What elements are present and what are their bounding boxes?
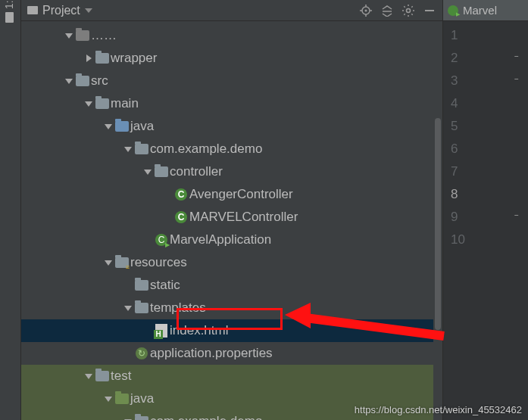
tree-label: AvengerController <box>189 187 293 202</box>
project-icon <box>27 6 38 14</box>
line-number: 5 <box>451 119 458 134</box>
expand-arrow-icon <box>65 33 73 39</box>
package-icon <box>155 166 168 177</box>
tree-label: MARVELController <box>189 210 298 225</box>
tree-row[interactable]: templates <box>21 297 442 319</box>
tree-row[interactable]: C MarvelApplication <box>21 229 442 251</box>
tree-row[interactable]: main <box>21 92 442 115</box>
project-view-selector[interactable]: Project <box>27 4 355 17</box>
tree-label: templates <box>150 300 206 316</box>
tree-row[interactable]: test <box>21 365 442 387</box>
line-number: 7 <box>451 164 458 179</box>
expand-arrow-icon <box>105 397 112 402</box>
project-icon <box>5 12 14 23</box>
tree-label: com.example.demo <box>150 142 262 157</box>
scrollbar[interactable] <box>433 42 442 420</box>
line-number: 2 <box>451 51 458 66</box>
java-class-icon: C <box>175 188 187 201</box>
project-tree[interactable]: …… wrapper src main java <box>21 21 442 420</box>
svg-point-7 <box>407 8 411 12</box>
tree-label: wrapper <box>111 51 157 66</box>
tree-label: application.properties <box>150 346 273 361</box>
spring-boot-app-icon: C <box>155 234 167 246</box>
tree-row[interactable]: wrapper <box>21 47 442 70</box>
locate-icon[interactable] <box>359 4 373 17</box>
expand-arrow-icon <box>85 374 92 379</box>
project-panel: Project …… wra <box>21 0 443 420</box>
line-number: 10 <box>451 232 465 247</box>
tree-label: …… <box>91 28 117 43</box>
tree-row[interactable]: java <box>21 115 442 138</box>
expand-arrow-icon <box>65 79 73 84</box>
tree-label: resources <box>130 255 187 270</box>
folder-icon <box>95 53 109 64</box>
expand-arrow-icon <box>124 147 132 152</box>
expand-arrow-icon <box>105 260 112 266</box>
editor-tab-label: Marvel <box>463 4 497 17</box>
package-icon <box>135 416 148 420</box>
properties-file-icon <box>136 347 148 359</box>
project-tool-window-button[interactable]: 1: Project <box>3 0 15 23</box>
expand-arrow-icon <box>124 306 132 311</box>
hide-icon[interactable] <box>423 4 436 17</box>
tree-label: MarvelApplication <box>170 232 271 247</box>
folder-icon <box>76 30 89 41</box>
source-folder-icon <box>115 121 129 132</box>
tree-label: index.html <box>170 323 228 338</box>
line-number: 6 <box>451 142 458 157</box>
collapse-all-icon[interactable] <box>380 4 394 17</box>
scrollbar-thumb[interactable] <box>435 118 441 330</box>
expand-arrow-icon <box>85 101 92 107</box>
editor-tab[interactable]: Marvel <box>443 0 528 21</box>
resources-folder-icon <box>115 257 129 268</box>
tree-label: test <box>111 369 131 384</box>
folder-icon <box>76 76 89 86</box>
line-number: 1 <box>451 28 458 43</box>
watermark-text: https://blog.csdn.net/weixin_45532462 <box>355 404 522 415</box>
tree-row-selected[interactable]: index.html <box>21 319 442 342</box>
tree-label: java <box>130 119 154 134</box>
tree-label: static <box>150 278 180 293</box>
svg-point-1 <box>365 9 367 11</box>
tree-row[interactable]: …… <box>21 24 442 47</box>
html-file-icon <box>155 324 167 338</box>
spring-boot-app-icon <box>448 5 458 16</box>
tree-row[interactable]: C MARVELController <box>21 206 442 229</box>
tree-row[interactable]: C AvengerController <box>21 183 442 206</box>
line-number: 9 <box>451 210 458 225</box>
sidebar-tab-text: 1: Project <box>3 0 15 9</box>
folder-icon <box>135 280 148 291</box>
line-number: 4 <box>451 96 458 111</box>
test-folder-icon <box>115 394 129 404</box>
expand-arrow-icon <box>144 170 152 175</box>
line-number: 3 <box>451 73 458 89</box>
folder-icon <box>95 371 109 381</box>
line-number: 8 <box>451 187 458 202</box>
tree-row[interactable]: controller <box>21 160 442 183</box>
expand-arrow-icon <box>105 124 112 129</box>
folder-icon <box>95 98 109 109</box>
tree-label: main <box>111 96 139 111</box>
tree-row[interactable]: resources <box>21 251 442 274</box>
tree-label: java <box>130 391 154 406</box>
package-icon <box>135 144 148 154</box>
tree-row[interactable]: static <box>21 274 442 297</box>
java-class-icon: C <box>175 211 187 223</box>
tree-label: controller <box>170 164 223 179</box>
tool-window-stripe: 1: Project <box>0 0 21 420</box>
tree-row[interactable]: src <box>21 70 442 92</box>
gear-icon[interactable] <box>401 4 415 17</box>
gutter[interactable]: 1 2 3 4 5 6 7 8 9 10 <box>443 21 528 251</box>
tree-row[interactable]: com.example.demo <box>21 138 442 160</box>
folder-icon <box>135 303 148 313</box>
dropdown-arrow-icon <box>85 8 92 13</box>
tree-row[interactable]: application.properties <box>21 342 442 365</box>
tree-label: src <box>91 73 108 89</box>
panel-title-text: Project <box>42 4 80 17</box>
tree-label: com.example.demo <box>150 414 262 420</box>
project-panel-header: Project <box>21 0 442 21</box>
editor-gutter-area: Marvel 1 2 3 4 5 6 7 8 9 10 <box>443 0 528 420</box>
expand-arrow-icon <box>86 54 92 62</box>
